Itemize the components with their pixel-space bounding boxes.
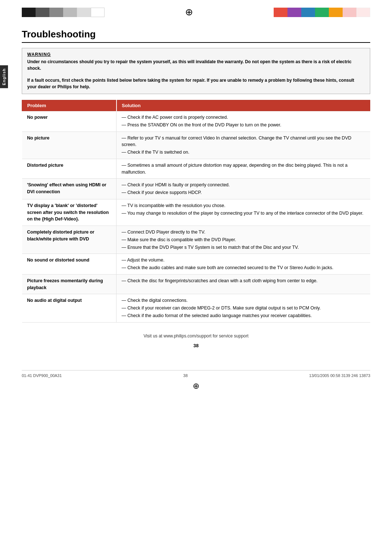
page-title: Troubleshooting [22, 29, 370, 40]
warning-text-1: Under no circumstances should you try to… [27, 58, 365, 72]
troubleshooting-table: Problem Solution No power— Check if the … [22, 100, 370, 323]
table-row: Completely distorted picture or black/wh… [22, 226, 117, 254]
table-row: TV display a 'blank' or 'distorted' scre… [22, 199, 117, 226]
bar-center-crosshair: ⊕ [105, 7, 274, 18]
footer-visit-text: Visit us at www.philips.com/support for … [143, 333, 248, 339]
swatch-darkgray [36, 8, 49, 17]
table-row: 'Snowing' effect when using HDMI or DVI … [22, 179, 117, 199]
warning-title: WARNING [27, 52, 365, 57]
table-row-solution: — Sometimes a small amount of picture di… [117, 159, 370, 179]
table-row-solution: — Connect DVD Player directly to the TV.… [117, 226, 370, 254]
warning-box: WARNING Under no circumstances should yo… [22, 48, 370, 94]
table-row: No power [22, 111, 117, 132]
swatch-purple [287, 8, 301, 17]
footer-right-code: 13/01/2005 00:58 3139 246 13873 [309, 373, 370, 378]
swatch-lightgray [63, 8, 77, 17]
title-divider [22, 42, 370, 43]
color-bar-top: ⊕ [0, 0, 392, 18]
swatch-red [274, 8, 287, 17]
swatch-white [91, 8, 105, 17]
warning-text-2: If a fault occurs, first check the point… [27, 77, 365, 90]
table-row-solution: — Check the digital connections.— Check … [117, 294, 370, 322]
swatch-black [22, 8, 36, 17]
page-number: 38 [22, 343, 370, 348]
swatch-yellow [329, 8, 343, 17]
table-row-solution: — Check the disc for fingerprints/scratc… [117, 274, 370, 294]
crosshair-icon: ⊕ [185, 7, 193, 18]
color-bar-left [22, 8, 105, 17]
col-header-problem: Problem [22, 100, 117, 111]
swatch-pink [343, 8, 356, 17]
bottom-crosshair-icon: ⊕ [193, 381, 199, 391]
table-row-solution: — TV is incompatible with the resolution… [117, 199, 370, 226]
table-row-solution: — Check if the AC power cord is properly… [117, 111, 370, 132]
col-header-solution: Solution [117, 100, 370, 111]
swatch-gray [49, 8, 63, 17]
table-row: No audio at digital output [22, 294, 117, 322]
table-row-solution: — Adjust the volume.— Check the audio ca… [117, 254, 370, 275]
swatch-blue [301, 8, 315, 17]
color-bar-right [274, 8, 370, 17]
footer-left-code: 01-41 DVP900_00A31 [22, 373, 62, 378]
table-row-solution: — Refer to your TV s manual for correct … [117, 131, 370, 159]
bottom-crosshair: ⊕ [22, 381, 370, 391]
footer-center-code: 38 [183, 373, 188, 378]
swatch-green [315, 8, 329, 17]
table-row: No picture [22, 131, 117, 159]
swatch-verylightgray [77, 8, 91, 17]
table-row: No sound or distorted sound [22, 254, 117, 275]
swatch-lightpink [356, 8, 370, 17]
table-row: Distorted picture [22, 159, 117, 179]
table-row-solution: — Check if your HDMI is faulty or proper… [117, 179, 370, 199]
footer-bottom: 01-41 DVP900_00A31 38 13/01/2005 00:58 3… [22, 370, 370, 378]
table-row: Picture freezes momentarily during playb… [22, 274, 117, 294]
footer-visit: Visit us at www.philips.com/support for … [22, 333, 370, 339]
